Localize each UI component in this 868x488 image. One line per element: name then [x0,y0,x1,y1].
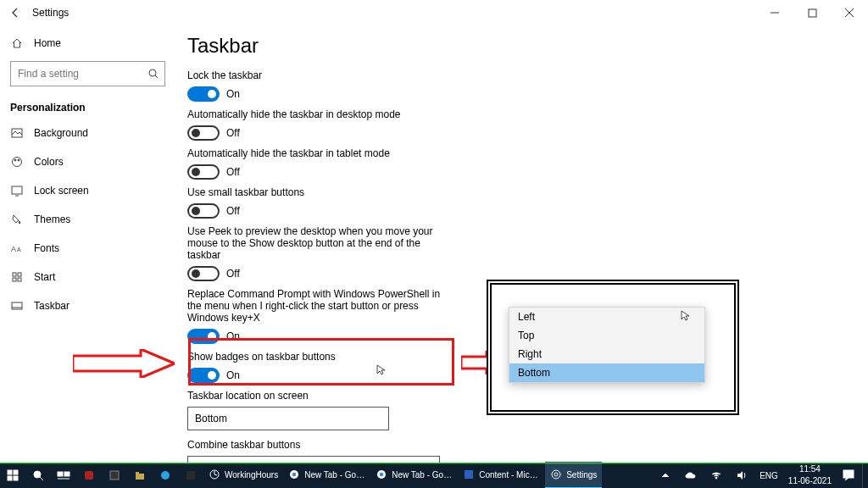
action-center-button[interactable] [837,463,862,488]
start-menu-button[interactable] [0,463,25,488]
window-title: Settings [32,7,69,19]
palette-icon [10,155,24,169]
sidebar-item-label: Lock screen [34,185,89,197]
pinned-app[interactable] [102,463,127,488]
svg-point-9 [18,159,19,161]
word-icon [463,469,475,480]
back-button[interactable] [7,4,24,21]
taskbar-location-combo[interactable]: Bottom [187,407,389,430]
svg-line-37 [214,474,217,475]
pinned-app[interactable] [178,463,203,488]
title-bar: Settings [0,0,868,25]
sidebar-item-start[interactable]: Start [0,263,175,291]
tray-time: 11:54 [799,465,821,474]
tray-lang-label: ENG [760,471,778,480]
toggle-autohide-desktop[interactable] [187,125,220,141]
tray-volume-icon[interactable] [729,463,754,488]
sidebar-item-label: Start [34,271,55,283]
toggle-state: On [226,330,240,342]
svg-rect-17 [18,278,21,281]
pinned-app[interactable] [127,463,153,488]
tray-chevron-icon[interactable] [653,463,678,488]
sidebar-item-label: Themes [34,214,70,225]
toggle-state: Off [226,127,240,139]
sidebar-item-background[interactable]: Background [0,119,175,147]
toggle-state: Off [226,205,240,217]
toggle-badges[interactable] [187,368,220,383]
image-icon [10,126,24,140]
svg-rect-18 [12,302,22,309]
combo-value: Bottom [195,413,227,424]
sidebar-item-label: Colors [34,156,64,168]
maximize-button[interactable] [793,0,831,25]
combine-label: Combine taskbar buttons [187,439,856,451]
svg-rect-42 [465,470,473,479]
toggle-peek[interactable] [187,266,220,281]
taskbar-tab-settings[interactable]: Settings [545,462,602,488]
popup-option-bottom[interactable]: Bottom [509,363,704,382]
fonts-icon: AA [10,241,24,255]
svg-rect-15 [18,273,21,276]
sidebar-item-themes[interactable]: Themes [0,205,175,234]
nav-home-label: Home [34,37,61,49]
svg-point-41 [380,473,384,477]
taskbar-tab-label: Content - Microsof... [479,470,540,480]
popup-option-right[interactable]: Right [509,345,704,363]
svg-text:A: A [11,245,16,252]
svg-point-45 [715,477,717,479]
svg-rect-20 [8,470,12,474]
svg-point-33 [161,471,170,480]
app-icon [209,469,220,480]
pinned-app[interactable] [76,463,102,488]
taskbar-tab-workinghours[interactable]: WorkingHours [203,462,283,488]
svg-point-24 [34,471,41,478]
taskbar-tab-chrome-1[interactable]: New Tab - Google ... [283,462,370,488]
tray-clock[interactable]: 11:54 11-06-2021 [783,463,837,488]
sidebar-item-fonts[interactable]: AA Fonts [0,234,175,263]
popup-option-top[interactable]: Top [509,326,704,345]
svg-rect-26 [58,472,63,476]
setting-label: Use small taskbar buttons [187,186,856,198]
toggle-autohide-tablet[interactable] [187,164,220,180]
close-button[interactable] [831,0,868,25]
search-button[interactable] [25,463,51,488]
toggle-powershell[interactable] [187,329,220,344]
start-icon [10,270,24,284]
task-view-button[interactable] [51,463,76,488]
search-icon [147,67,159,80]
sidebar-item-label: Background [34,127,88,139]
popup-option-left[interactable]: Left [509,308,704,326]
toggle-state: On [226,88,240,100]
show-desktop-button[interactable] [862,463,868,488]
svg-text:A: A [17,247,21,252]
sidebar-item-label: Fonts [34,242,59,254]
toggle-small-buttons[interactable] [187,203,220,219]
taskbar-tab-chrome-2[interactable]: New Tab - Google ... [370,462,458,488]
svg-rect-30 [110,471,119,480]
toggle-lock-taskbar[interactable] [187,86,220,102]
search-input[interactable] [10,61,165,86]
taskbar-tab-label: New Tab - Google ... [392,470,453,480]
setting-label: Lock the taskbar [187,69,856,81]
sidebar-item-taskbar[interactable]: Taskbar [0,291,175,320]
taskbar-tab-label: New Tab - Google ... [304,470,365,480]
sidebar-item-lock-screen[interactable]: Lock screen [0,176,175,205]
chevron-down-icon [373,414,381,423]
page-title: Taskbar [187,34,856,58]
svg-rect-22 [8,476,12,480]
sidebar-item-colors[interactable]: Colors [0,147,175,176]
tray-language[interactable]: ENG [754,463,783,488]
search-field[interactable] [16,67,147,80]
svg-point-4 [149,69,156,76]
pinned-app[interactable] [153,463,178,488]
tray-wifi-icon[interactable] [704,463,729,488]
minimize-button[interactable] [756,0,793,25]
tray-onedrive-icon[interactable] [678,463,704,488]
nav-home[interactable]: Home [0,29,175,58]
svg-point-39 [292,473,297,477]
popup-option-label: Bottom [518,367,550,379]
setting-label: Automatically hide the taskbar in tablet… [187,147,856,159]
gear-icon [550,469,562,480]
taskbar-tab-word[interactable]: Content - Microsof... [458,462,545,488]
themes-icon [10,213,24,226]
